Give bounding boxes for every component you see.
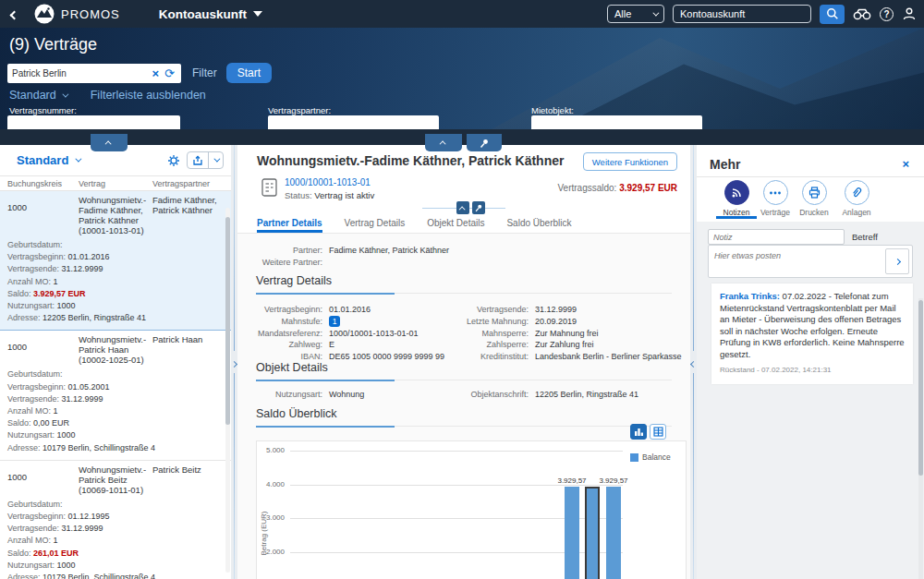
back-icon[interactable]	[11, 6, 18, 22]
notes-scrollbar[interactable]	[918, 298, 923, 579]
help-button[interactable]: ?	[880, 7, 894, 21]
action-anlagen[interactable]: Anlagen	[836, 180, 877, 217]
mahnstufe-badge[interactable]: 1	[329, 316, 340, 327]
tab-saldo-ueberblick[interactable]: Saldo Überblick	[506, 212, 571, 233]
form-row: Nutzungsart:Wohnung	[256, 389, 468, 401]
partner-row: Partner: Fadime Käthner, Patrick Käthner	[256, 245, 449, 257]
mietobjekt-input[interactable]	[531, 115, 702, 129]
vertragsnummer-input[interactable]	[7, 115, 180, 129]
post-note-box[interactable]	[708, 245, 913, 278]
scrollbar-thumb[interactable]	[225, 217, 230, 425]
chevron-down-icon	[62, 90, 68, 97]
list-scrollbar[interactable]	[225, 208, 230, 573]
export-menu-button[interactable]	[208, 152, 223, 168]
notiz-input[interactable]	[708, 229, 845, 245]
pin-icon	[474, 203, 483, 212]
detail-line: Vertragsbeginn: 01.05.2001	[7, 381, 224, 393]
detail-line: Anzahl MO: 1	[7, 535, 224, 547]
list-variant-label: Standard	[17, 153, 68, 167]
gear-icon	[167, 154, 180, 167]
start-button[interactable]: Start	[226, 63, 272, 83]
search-scope-select[interactable]: Alle	[607, 5, 664, 23]
close-icon[interactable]: ×	[902, 157, 909, 171]
contract-number-link[interactable]: 1000/10001-1013-01	[285, 177, 374, 187]
left-splitter[interactable]	[231, 145, 237, 579]
list-export-split-button[interactable]	[187, 151, 224, 169]
note-text: 07.02.2022 - Telefonat zum Mietenrücksta…	[720, 291, 905, 359]
form-row: Objektanschrift:12205 Berlin, Ringstraße…	[464, 389, 686, 401]
note-footer: Rückstand - 07.02.2022, 14:21:31	[720, 365, 905, 377]
app-title[interactable]: Kontoauskunft	[159, 7, 262, 21]
active-action-underline	[716, 216, 757, 219]
tab-partner-details[interactable]: Partner Details	[257, 212, 322, 233]
filter-label: Filter	[192, 66, 217, 79]
collapse-list-panel-button[interactable]	[91, 134, 128, 151]
chart-bar[interactable]: 3.929,57	[565, 487, 579, 579]
form-row: Zahlsperre:Zur Zahlung frei	[464, 339, 686, 351]
send-note-button[interactable]	[885, 248, 909, 274]
global-search-input[interactable]	[673, 5, 811, 23]
search-button[interactable]	[820, 5, 845, 24]
tab-objekt-details[interactable]: Objekt Details	[427, 212, 484, 233]
page-title: (9) Verträge	[9, 35, 97, 54]
post-note-input[interactable]	[709, 246, 866, 277]
pin-panel-button[interactable]	[467, 134, 502, 151]
export-button[interactable]	[188, 152, 208, 168]
collapse-detail-panel-button[interactable]	[425, 134, 462, 151]
right-splitter[interactable]	[690, 145, 697, 579]
bar-chart-icon	[634, 427, 644, 437]
list-search-field[interactable]: × ⟳	[7, 64, 181, 83]
chevron-down-icon	[213, 156, 220, 163]
section-vertrag-details: Vertrag Details	[256, 274, 672, 294]
detail-line: Geburtsdatum:	[7, 368, 224, 380]
table-view-button[interactable]	[650, 424, 666, 440]
refresh-icon[interactable]: ⟳	[163, 66, 176, 80]
scrollbar-thumb[interactable]	[918, 300, 923, 476]
action-label: Anlagen	[836, 208, 877, 217]
form-row: Letzte Mahnung:20.09.2019	[464, 316, 686, 328]
filter-variant-select[interactable]: Standard	[9, 89, 67, 102]
column-vertragspartner[interactable]: Vertragspartner	[152, 179, 224, 188]
detail-line: Anzahl MO: 1	[7, 276, 224, 288]
binoculars-button[interactable]	[853, 7, 871, 20]
column-buchungskreis[interactable]: Buchungskreis	[7, 179, 79, 188]
contract-status: Status: Vertrag ist aktiv	[285, 190, 374, 200]
column-vertrag[interactable]: Vertrag	[79, 179, 152, 188]
chart-bar-selected[interactable]	[585, 487, 600, 579]
chevron-down-icon	[76, 156, 82, 163]
clear-search-icon[interactable]: ×	[149, 66, 164, 80]
note-author[interactable]: Franka Trinks:	[720, 291, 780, 301]
action-drucken[interactable]: Drucken	[794, 180, 834, 217]
cell-buchungskreis: 1000	[7, 334, 79, 365]
form-row: Mahnstufe:1	[256, 316, 468, 328]
cell-buchungskreis: 1000	[7, 464, 79, 495]
contract-list-item-selected[interactable]: 1000 Wohnungsmietv.-Fadime Käthner, Patr…	[0, 191, 231, 331]
action-notizen[interactable]: Notizen	[716, 180, 757, 217]
note-card: Franka Trinks: 07.02.2022 - Telefonat zu…	[711, 283, 913, 384]
list-search-input[interactable]	[12, 68, 149, 78]
vertragspartner-input[interactable]	[268, 115, 439, 129]
expand-right-icon[interactable]	[232, 351, 237, 373]
list-settings-button[interactable]	[167, 154, 180, 167]
legend-label: Balance	[642, 452, 671, 462]
action-label: Drucken	[794, 208, 834, 217]
list-variant-select[interactable]: Standard	[17, 153, 79, 167]
form-row: Mandatsreferenz:1000/10001-1013-01-01	[256, 328, 468, 340]
promos-logo[interactable]: PROMOS	[34, 4, 120, 24]
contract-list-item[interactable]: 1000 Wohnungsmietv.-Patrick Beitz (10069…	[0, 461, 231, 579]
detail-line: Geburtsdatum:	[7, 239, 224, 251]
action-label: Verträge	[755, 208, 796, 217]
more-functions-button[interactable]: Weitere Funktionen	[583, 152, 677, 171]
tab-vertrag-details[interactable]: Vertrag Details	[345, 212, 406, 233]
hide-filterbar-link[interactable]: Filterleiste ausblenden	[91, 89, 206, 102]
chart-view-button[interactable]	[630, 424, 647, 440]
saldo-chart: Betrag (EUR) 5.000 4.000 3.000 2.000 1.0…	[256, 440, 687, 579]
chart-bar[interactable]: 3.929,57	[606, 487, 621, 579]
action-vertraege[interactable]: Verträge	[755, 180, 796, 217]
cell-vertragspartner: Fadime Käthner, Patrick Käthner	[152, 195, 224, 235]
contract-list-item[interactable]: 1000 Wohnungsmietv.-Patrick Haan (10002-…	[0, 331, 231, 460]
section-saldo-ueberblick: Saldo Überblick	[256, 407, 672, 427]
user-button[interactable]	[902, 6, 917, 21]
pin-icon	[479, 138, 490, 149]
expand-left-icon[interactable]	[691, 351, 696, 373]
